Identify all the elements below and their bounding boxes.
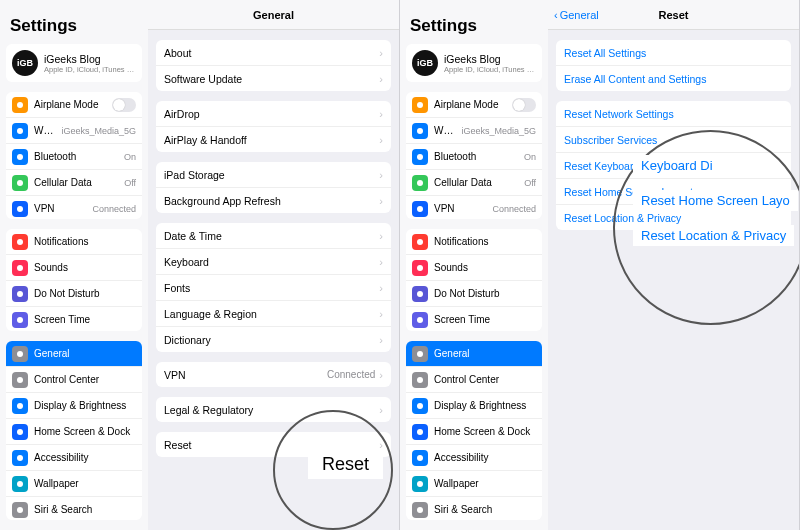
toggle-switch[interactable]	[112, 98, 136, 112]
sidebar-item-wi-fi[interactable]: Wi-FiiGeeks_Media_5G	[406, 117, 542, 143]
sidebar-item-value: iGeeks_Media_5G	[61, 126, 136, 136]
sidebar-item-vpn[interactable]: VPNConnected	[6, 195, 142, 219]
avatar: iGB	[12, 50, 38, 76]
sidebar-item-do-not-disturb[interactable]: Do Not Disturb	[6, 280, 142, 306]
detail-item-software-update[interactable]: Software Update›	[156, 65, 391, 91]
detail-item-label: About	[164, 47, 379, 59]
cellular-icon	[12, 175, 28, 191]
sidebar-item-label: Wallpaper	[34, 478, 136, 489]
sidebar-item-value: Off	[524, 178, 536, 188]
detail-item-keyboard[interactable]: Keyboard›	[156, 248, 391, 274]
sidebar-item-wallpaper[interactable]: Wallpaper	[406, 470, 542, 496]
detail-item-airplay-handoff[interactable]: AirPlay & Handoff›	[156, 126, 391, 152]
bluetooth-icon	[412, 149, 428, 165]
sidebar-item-label: Cellular Data	[434, 177, 518, 188]
sidebar-item-control-center[interactable]: Control Center	[406, 366, 542, 392]
sidebar-item-notifications[interactable]: Notifications	[6, 229, 142, 254]
detail-item-language-region[interactable]: Language & Region›	[156, 300, 391, 326]
highlight-label-reset[interactable]: Reset	[308, 450, 383, 479]
toggle-switch[interactable]	[512, 98, 536, 112]
sidebar-item-display-brightness[interactable]: Display & Brightness	[406, 392, 542, 418]
detail-item-label: Dictionary	[164, 334, 379, 346]
sidebar-item-label: Accessibility	[34, 452, 136, 463]
highlight-item-keyboard[interactable]: Keyboard Di	[633, 155, 721, 176]
svg-point-23	[417, 291, 423, 297]
sidebar-item-accessibility[interactable]: Accessibility	[6, 444, 142, 470]
sidebar-item-home-screen-dock[interactable]: Home Screen & Dock	[406, 418, 542, 444]
sidebar-item-wi-fi[interactable]: Wi-FiiGeeks_Media_5G	[6, 117, 142, 143]
sidebar-item-value: On	[124, 152, 136, 162]
siri-icon	[12, 502, 28, 518]
sidebar-item-sounds[interactable]: Sounds	[406, 254, 542, 280]
sidebar-item-label: Screen Time	[34, 314, 136, 325]
svg-point-21	[417, 239, 423, 245]
detail-item-legal-regulatory[interactable]: Legal & Regulatory›	[156, 397, 391, 422]
detail-item-vpn[interactable]: VPNConnected›	[156, 362, 391, 387]
settings-sidebar: Settings iGB iGeeks Blog Apple ID, iClou…	[400, 0, 548, 530]
sidebar-item-bluetooth[interactable]: BluetoothOn	[406, 143, 542, 169]
sidebar-item-do-not-disturb[interactable]: Do Not Disturb	[406, 280, 542, 306]
svg-point-1	[17, 128, 23, 134]
chevron-right-icon: ›	[379, 369, 383, 381]
sidebar-item-accessibility[interactable]: Accessibility	[406, 444, 542, 470]
sidebar-item-bluetooth[interactable]: BluetoothOn	[6, 143, 142, 169]
nav-bar: General	[148, 0, 399, 30]
sidebar-item-notifications[interactable]: Notifications	[406, 229, 542, 254]
notifications-icon	[412, 234, 428, 250]
sidebar-group-general: GeneralControl CenterDisplay & Brightnes…	[406, 341, 542, 520]
chevron-right-icon: ›	[379, 308, 383, 320]
highlight-item-location[interactable]: Reset Location & Privacy	[633, 225, 794, 246]
sidebar-item-label: Airplane Mode	[434, 99, 506, 110]
sidebar-group-connectivity: Airplane ModeWi-FiiGeeks_Media_5GBluetoo…	[406, 92, 542, 219]
detail-group: VPNConnected›	[156, 362, 391, 387]
sidebar-item-home-screen-dock[interactable]: Home Screen & Dock	[6, 418, 142, 444]
detail-item-fonts[interactable]: Fonts›	[156, 274, 391, 300]
sidebar-item-label: Sounds	[34, 262, 136, 273]
detail-item-erase-all-content-and-settings[interactable]: Erase All Content and Settings	[556, 65, 791, 91]
sidebar-item-value: Connected	[492, 204, 536, 214]
wallpaper-icon	[412, 476, 428, 492]
sidebar-item-wallpaper[interactable]: Wallpaper	[6, 470, 142, 496]
sidebar-item-airplane-mode[interactable]: Airplane Mode	[6, 92, 142, 117]
bluetooth-icon	[12, 149, 28, 165]
detail-item-ipad-storage[interactable]: iPad Storage›	[156, 162, 391, 187]
sidebar-item-siri-search[interactable]: Siri & Search	[6, 496, 142, 520]
apple-id-row[interactable]: iGB iGeeks Blog Apple ID, iCloud, iTunes…	[406, 44, 542, 82]
sidebar-group-notifications: NotificationsSoundsDo Not DisturbScreen …	[406, 229, 542, 331]
detail-item-airdrop[interactable]: AirDrop›	[156, 101, 391, 126]
chevron-right-icon: ›	[379, 134, 383, 146]
sidebar-item-airplane-mode[interactable]: Airplane Mode	[406, 92, 542, 117]
sidebar-item-label: Siri & Search	[434, 504, 536, 515]
wifi-icon	[12, 123, 28, 139]
nav-back-button[interactable]: ‹ General	[554, 9, 599, 21]
sidebar-item-sounds[interactable]: Sounds	[6, 254, 142, 280]
sidebar-item-label: Cellular Data	[34, 177, 118, 188]
sidebar-group-connectivity: Airplane ModeWi-FiiGeeks_Media_5GBluetoo…	[6, 92, 142, 219]
sidebar-item-cellular-data[interactable]: Cellular DataOff	[6, 169, 142, 195]
detail-item-reset-all-settings[interactable]: Reset All Settings	[556, 40, 791, 65]
detail-item-label: iPad Storage	[164, 169, 379, 181]
sidebar-item-general[interactable]: General	[406, 341, 542, 366]
detail-item-about[interactable]: About›	[156, 40, 391, 65]
detail-item-dictionary[interactable]: Dictionary›	[156, 326, 391, 352]
detail-item-background-app-refresh[interactable]: Background App Refresh›	[156, 187, 391, 213]
detail-item-reset-network-settings[interactable]: Reset Network Settings	[556, 101, 791, 126]
sidebar-item-screen-time[interactable]: Screen Time	[6, 306, 142, 331]
sidebar-item-siri-search[interactable]: Siri & Search	[406, 496, 542, 520]
sidebar-item-general[interactable]: General	[6, 341, 142, 366]
chevron-right-icon: ›	[379, 169, 383, 181]
sidebar-item-display-brightness[interactable]: Display & Brightness	[6, 392, 142, 418]
settings-title: Settings	[400, 0, 548, 44]
apple-id-row[interactable]: iGB iGeeks Blog Apple ID, iCloud, iTunes…	[6, 44, 142, 82]
detail-item-subscriber-services[interactable]: Subscriber Services	[556, 126, 791, 152]
detail-item-label: Legal & Regulatory	[164, 404, 379, 416]
svg-point-30	[417, 481, 423, 487]
highlight-item-homescreen[interactable]: Reset Home Screen Layo	[633, 190, 798, 211]
detail-item-label: Subscriber Services	[564, 134, 783, 146]
sidebar-item-vpn[interactable]: VPNConnected	[406, 195, 542, 219]
sidebar-item-screen-time[interactable]: Screen Time	[406, 306, 542, 331]
sidebar-item-control-center[interactable]: Control Center	[6, 366, 142, 392]
general-icon	[412, 346, 428, 362]
sidebar-item-cellular-data[interactable]: Cellular DataOff	[406, 169, 542, 195]
detail-item-date-time[interactable]: Date & Time›	[156, 223, 391, 248]
